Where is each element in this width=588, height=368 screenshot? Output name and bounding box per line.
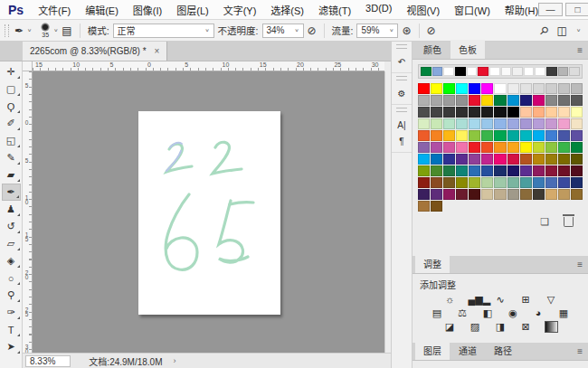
swatch[interactable]	[494, 118, 506, 129]
pressure-size-icon[interactable]: ⊘	[427, 24, 436, 37]
swatch[interactable]	[431, 201, 442, 212]
swatch[interactable]	[418, 118, 430, 129]
recent-swatch[interactable]	[455, 67, 466, 76]
swatch[interactable]	[533, 189, 545, 200]
menu-layer[interactable]: 图层(L)	[176, 3, 208, 17]
swatch[interactable]	[507, 118, 519, 129]
rect-marquee-tool[interactable]: ▢	[2, 80, 21, 98]
swatch[interactable]	[443, 165, 455, 176]
threshold-icon[interactable]: ◨	[494, 321, 507, 333]
swatch[interactable]	[456, 95, 468, 106]
exposure-icon[interactable]: ⊞	[519, 294, 533, 306]
swatch[interactable]	[418, 189, 430, 200]
recent-swatch[interactable]	[478, 67, 488, 76]
history-panel-icon[interactable]: ↶	[398, 57, 405, 67]
swatch[interactable]	[443, 142, 455, 153]
swatch[interactable]	[520, 177, 532, 188]
swatch[interactable]	[520, 107, 532, 118]
swatch[interactable]	[545, 130, 557, 141]
vibrance-icon[interactable]: ▽	[545, 294, 558, 306]
menu-image[interactable]: 图像(I)	[133, 3, 162, 17]
menu-3d[interactable]: 3D(D)	[365, 3, 392, 17]
swatch[interactable]	[431, 130, 442, 141]
swatch[interactable]	[443, 189, 455, 200]
tab-paths[interactable]: 路径	[486, 341, 520, 360]
swatch[interactable]	[571, 95, 583, 106]
quick-selection-tool[interactable]: ✐	[2, 115, 21, 132]
tab-channels[interactable]: 通道	[450, 341, 485, 360]
eyedropper-tool[interactable]: ✎	[2, 149, 21, 166]
swatch[interactable]	[443, 95, 455, 106]
posterize-icon[interactable]: ▨	[469, 321, 482, 333]
swatch[interactable]	[469, 165, 480, 176]
curves-icon[interactable]: ∿	[494, 294, 507, 306]
swatch[interactable]	[520, 154, 532, 165]
menu-filter[interactable]: 滤镜(T)	[318, 3, 351, 17]
eraser-tool[interactable]: ▱	[2, 235, 21, 252]
recent-swatch[interactable]	[546, 67, 557, 76]
swatch[interactable]	[431, 165, 442, 176]
swatch[interactable]	[533, 118, 545, 129]
recent-swatch[interactable]	[512, 67, 523, 76]
swatch[interactable]	[571, 107, 583, 118]
spot-healing-brush-tool[interactable]: ▰	[2, 166, 21, 184]
swatch[interactable]	[545, 177, 557, 188]
tab-swatches[interactable]: 色板	[450, 40, 485, 59]
swatch[interactable]	[545, 118, 557, 129]
menu-window[interactable]: 窗口(W)	[454, 3, 490, 17]
opacity-select[interactable]: 34% ∨	[262, 24, 304, 38]
swatch[interactable]	[443, 154, 455, 165]
swatch[interactable]	[533, 95, 545, 106]
swatch[interactable]	[507, 165, 519, 176]
swatch[interactable]	[533, 154, 545, 165]
menu-edit[interactable]: 编辑(E)	[85, 3, 119, 17]
swatch[interactable]	[494, 154, 506, 165]
swatch[interactable]	[558, 165, 570, 176]
recent-swatch[interactable]	[443, 67, 454, 76]
workspace-switcher-icon[interactable]: ◫	[557, 24, 567, 37]
swatch[interactable]	[418, 95, 430, 106]
swatch[interactable]	[456, 83, 468, 94]
menu-file[interactable]: 文件(F)	[38, 3, 71, 17]
path-selection-tool[interactable]: ➤	[2, 338, 21, 355]
swatch[interactable]	[431, 118, 442, 129]
swatch[interactable]	[507, 154, 519, 165]
swatch[interactable]	[431, 177, 442, 188]
panel-menu-icon[interactable]: ≡	[577, 259, 583, 269]
swatch[interactable]	[469, 107, 480, 118]
swatch[interactable]	[456, 154, 468, 165]
swatch[interactable]	[443, 107, 455, 118]
swatch[interactable]	[571, 83, 583, 94]
swatch[interactable]	[418, 177, 430, 188]
menu-help[interactable]: 帮助(H)	[505, 3, 538, 17]
swatch[interactable]	[545, 165, 557, 176]
swatch[interactable]	[558, 107, 570, 118]
levels-icon[interactable]: ▄▆▂	[469, 294, 482, 306]
swatch[interactable]	[520, 165, 532, 176]
swatch[interactable]	[481, 154, 493, 165]
swatch[interactable]	[533, 83, 545, 94]
swatch[interactable]	[571, 118, 583, 129]
close-icon[interactable]: ×	[155, 46, 160, 56]
swatch[interactable]	[443, 83, 455, 94]
swatch[interactable]	[494, 142, 506, 153]
swatch[interactable]	[456, 189, 468, 200]
move-tool[interactable]: ✛	[2, 63, 21, 80]
swatch[interactable]	[481, 177, 493, 188]
swatch[interactable]	[418, 107, 430, 118]
swatch[interactable]	[443, 130, 455, 141]
brush-size-picker[interactable]: 35	[41, 23, 50, 38]
swatch[interactable]	[418, 201, 430, 212]
swatch[interactable]	[571, 177, 583, 188]
swatch[interactable]	[533, 142, 545, 153]
black-white-icon[interactable]: ◧	[481, 307, 495, 319]
swatch[interactable]	[571, 154, 583, 165]
recent-swatch[interactable]	[501, 67, 512, 76]
swatch[interactable]	[558, 118, 570, 129]
swatch[interactable]	[469, 177, 480, 188]
properties-panel-icon[interactable]: ⚙	[398, 89, 406, 99]
color-lookup-icon[interactable]: ▦	[557, 307, 571, 319]
swatch[interactable]	[469, 95, 480, 106]
menu-select[interactable]: 选择(S)	[270, 3, 304, 17]
swatch[interactable]	[456, 165, 468, 176]
